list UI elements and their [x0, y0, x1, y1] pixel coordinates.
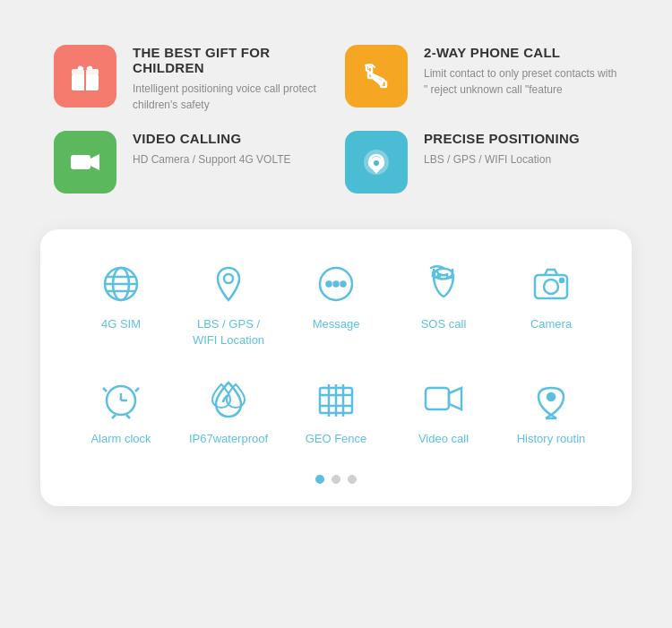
grid-item-waterproof: IP67waterproof [184, 375, 273, 447]
phone2-icon [420, 261, 467, 307]
features-section: THE BEST GIFT FOR CHILDREN Intelligent p… [0, 0, 672, 220]
svg-point-18 [341, 282, 346, 287]
globe-icon [98, 261, 144, 307]
feature-gift-text: THE BEST GIFT FOR CHILDREN Intelligent p… [133, 45, 327, 113]
gift-icon [67, 58, 103, 94]
feature-video-desc: HD Camera / Support 4G VOLTE [133, 151, 291, 168]
feature-phone-title: 2-WAY PHONE CALL [424, 45, 618, 60]
history-icon [528, 375, 574, 422]
phone-icon [358, 58, 394, 94]
grid-row-2: Alarm clock IP67waterproof [67, 375, 605, 447]
feature-phone-text: 2-WAY PHONE CALL Limit contact to only p… [424, 45, 618, 98]
grid-label-gps: LBS / GPS / WIFI Location [193, 316, 264, 348]
grid-label-alarm: Alarm clock [90, 431, 151, 447]
feature-location-desc: LBS / GPS / WIFI Location [424, 151, 580, 168]
grid-label-camera: Camera [530, 316, 572, 332]
svg-point-8 [374, 160, 379, 166]
svg-rect-37 [426, 388, 449, 409]
svg-marker-5 [90, 154, 99, 170]
grid-item-camera: Camera [506, 261, 596, 348]
feature-location-title: PRECISE POSITIONING [424, 131, 580, 146]
svg-point-39 [547, 393, 555, 400]
svg-marker-38 [449, 388, 461, 409]
feature-phone-desc: Limit contact to only preset contacts wi… [424, 65, 618, 98]
svg-point-3 [83, 67, 87, 71]
grid-item-gps: LBS / GPS / WIFI Location [184, 261, 273, 348]
phone-icon-box [345, 45, 408, 108]
grid-row-1: 4G SIM LBS / GPS / WIFI Location Message [67, 261, 605, 348]
grid-item-videocall: Video call [399, 375, 488, 447]
grid-label-4gsim: 4G SIM [101, 316, 141, 332]
feature-gift: THE BEST GIFT FOR CHILDREN Intelligent p… [54, 45, 327, 113]
dot-1[interactable] [315, 475, 324, 484]
feature-video-text: VIDEO CALLING HD Camera / Support 4G VOL… [133, 131, 291, 168]
grid-item-geo: GEO Fence [291, 375, 381, 447]
grid-item-message: Message [291, 261, 381, 348]
grid-item-alarm: Alarm clock [76, 375, 166, 447]
grid-label-sos: SOS call [421, 316, 467, 332]
location-icon [358, 144, 394, 180]
videocall-icon [420, 375, 467, 422]
grid-label-videocall: Video call [418, 431, 469, 447]
dot-2[interactable] [332, 475, 340, 484]
video-icon [67, 144, 103, 180]
pin-icon [205, 261, 252, 307]
carousel-dots [67, 475, 605, 484]
svg-point-17 [334, 282, 339, 287]
fence-icon [313, 375, 359, 422]
svg-point-14 [224, 274, 233, 283]
feature-gift-title: THE BEST GIFT FOR CHILDREN [133, 45, 327, 75]
grid-item-history: History routin [506, 375, 596, 447]
alarm-icon [98, 375, 144, 422]
camera-icon [528, 261, 574, 307]
feature-video-title: VIDEO CALLING [133, 131, 291, 146]
grid-label-waterproof: IP67waterproof [189, 431, 268, 447]
grid-label-history: History routin [517, 431, 586, 447]
feature-location: PRECISE POSITIONING LBS / GPS / WIFI Loc… [345, 131, 618, 194]
svg-rect-4 [71, 155, 90, 169]
features-card: 4G SIM LBS / GPS / WIFI Location Message [40, 229, 632, 506]
svg-point-21 [560, 279, 564, 282]
feature-phone: 2-WAY PHONE CALL Limit contact to only p… [345, 45, 618, 113]
drop-icon [205, 375, 252, 422]
message-icon [313, 261, 359, 307]
feature-location-text: PRECISE POSITIONING LBS / GPS / WIFI Loc… [424, 131, 580, 168]
location-icon-box [345, 131, 408, 194]
grid-item-4gsim: 4G SIM [76, 261, 166, 348]
feature-video: VIDEO CALLING HD Camera / Support 4G VOL… [54, 131, 327, 194]
dot-3[interactable] [348, 475, 357, 484]
grid-item-sos: SOS call [399, 261, 488, 348]
grid-label-geo: GEO Fence [306, 431, 367, 447]
gift-icon-box [54, 45, 116, 108]
grid-label-message: Message [313, 316, 360, 332]
feature-gift-desc: Intelligent positioning voice call prote… [133, 81, 327, 113]
svg-point-20 [544, 280, 558, 294]
video-icon-box [54, 131, 116, 194]
svg-point-16 [327, 282, 332, 287]
